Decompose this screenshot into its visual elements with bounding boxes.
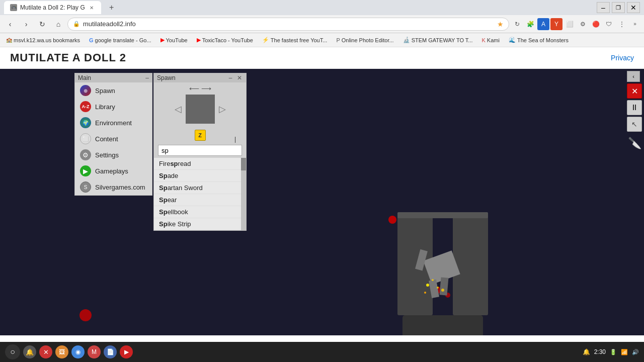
taskbar-wifi: 📶 xyxy=(621,349,628,355)
nav-ext2[interactable]: Y xyxy=(550,18,562,30)
spawn-item-firespread[interactable]: Firespread xyxy=(154,158,241,170)
taskbar-search-icon[interactable]: ○ xyxy=(5,344,20,359)
spawn-search-input[interactable] xyxy=(158,145,242,156)
spawn-item-spade[interactable]: Spade xyxy=(154,170,241,182)
cursor-indicator: | xyxy=(234,136,236,143)
right-panel: ‹ ✕ ⏸ ↖ 🔪 xyxy=(627,71,642,153)
bookmark-photo[interactable]: P Online Photo Editor... xyxy=(333,36,396,44)
taskbar-notification-bell[interactable]: 🔔 xyxy=(583,348,590,355)
spawn-list-scrollthumb[interactable] xyxy=(241,158,246,170)
address-bar[interactable]: 🔒 mutilateadoll2.info ★ xyxy=(67,18,509,31)
restore-button[interactable]: ❐ xyxy=(612,2,625,13)
spawn-panel: Spawn – ✕ ⟵ ⟶ ◁ xyxy=(153,73,247,231)
menu-item-environment[interactable]: 🌍 Environment xyxy=(75,115,152,131)
spawn-item-spike-strip[interactable]: Spike Strip xyxy=(154,218,241,230)
content-icon: ⬜ xyxy=(80,133,91,144)
gameplays-icon: ▶ xyxy=(80,165,91,176)
game-weapon-button[interactable]: 🔪 xyxy=(627,133,642,153)
spawn-item-spellbook[interactable]: Spellbook xyxy=(154,206,241,218)
spawn-z-icon: Z xyxy=(195,130,206,141)
spawn-title: Spawn xyxy=(157,74,176,81)
forward-button[interactable]: › xyxy=(19,17,33,31)
menu-item-library[interactable]: A-Z Library xyxy=(75,99,152,115)
minimize-button[interactable]: – xyxy=(597,2,610,13)
svg-rect-14 xyxy=(397,212,488,218)
game-area[interactable]: Main – ⊕ Spawn A-Z Library 🌍 Environmen xyxy=(0,69,644,335)
bookmark-youtube[interactable]: ▶ YouTube xyxy=(157,36,191,44)
bookmark-fastest[interactable]: ⚡ The fastest free YouT... xyxy=(259,36,331,44)
spawn-search-container: | xyxy=(154,143,246,158)
close-window-button[interactable]: ✕ xyxy=(627,2,640,13)
spawn-list-scrollbar[interactable] xyxy=(241,158,246,230)
menu-item-spawn[interactable]: ⊕ Spawn xyxy=(75,82,152,99)
environment-icon: 🌍 xyxy=(80,117,91,128)
browser-tab[interactable]: 🎮 Mutilate a Doll 2: Play G ✕ xyxy=(4,1,101,14)
game-pause-button[interactable]: ⏸ xyxy=(627,100,642,115)
more-button[interactable]: » xyxy=(629,18,641,30)
browser-frame: 🎮 Mutilate a Doll 2: Play G ✕ + – ❐ ✕ ‹ … xyxy=(0,0,644,362)
reload-icon[interactable]: ↻ xyxy=(511,18,523,30)
page-header: MUTILATE A DOLL 2 Privacy xyxy=(0,47,644,69)
svg-point-21 xyxy=(437,287,439,289)
nav-ext4[interactable]: ⚙ xyxy=(577,18,589,30)
taskbar-docs-icon[interactable]: 📄 xyxy=(104,345,117,358)
nav-icons: ↻ 🧩 A Y ⬜ ⚙ 🔴 🛡 ⋮ » xyxy=(511,18,641,30)
menu-item-silvergames[interactable]: S Silvergames.com xyxy=(75,179,152,195)
nav-bar: ‹ › ↻ ⌂ 🔒 mutilateadoll2.info ★ ↻ 🧩 A Y … xyxy=(0,15,644,33)
nav-ext1[interactable]: A xyxy=(537,18,549,30)
menu-item-content[interactable]: ⬜ Content xyxy=(75,131,152,147)
extensions-icon[interactable]: 🧩 xyxy=(524,18,536,30)
spawn-right-arrow[interactable]: ⟶ xyxy=(201,84,211,93)
back-button[interactable]: ‹ xyxy=(3,17,17,31)
spawn-item-spear[interactable]: Spear xyxy=(154,194,241,206)
tab-close-button[interactable]: ✕ xyxy=(88,4,95,11)
spawn-minimize-btn[interactable]: – xyxy=(227,74,234,81)
menu-item-gameplays-label: Gameplays xyxy=(95,167,128,175)
silvergames-icon: S xyxy=(80,182,91,193)
spawn-titlebar: Spawn – ✕ xyxy=(154,73,246,82)
new-tab-button[interactable]: + xyxy=(105,1,118,14)
spawn-next-btn[interactable]: ▷ xyxy=(219,104,226,115)
spawn-nav-area: ⟵ ⟶ ◁ ▷ xyxy=(154,82,246,128)
game-cursor-button[interactable]: ↖ xyxy=(627,117,642,132)
bookmark-translate[interactable]: G google translate - Go... xyxy=(86,36,154,44)
bookmark-kami[interactable]: K Kami xyxy=(479,36,503,44)
spawn-prev-btn[interactable]: ◁ xyxy=(175,104,182,115)
taskbar-x-icon[interactable]: ✕ xyxy=(39,345,52,358)
menu-item-settings[interactable]: ⚙ Settings xyxy=(75,147,152,163)
tab-favicon: 🎮 xyxy=(10,4,17,11)
taskbar-notif-icon[interactable]: 🔔 xyxy=(23,345,36,358)
nav-ext5[interactable]: 🔴 xyxy=(590,18,602,30)
title-bar: 🎮 Mutilate a Doll 2: Play G ✕ + – ❐ ✕ xyxy=(0,0,644,15)
address-text: mutilateadoll2.info xyxy=(83,20,494,28)
bookmark-toxictaco[interactable]: ▶ ToxicTaco - YouTube xyxy=(194,36,256,44)
bookmark-star[interactable]: ★ xyxy=(497,20,504,28)
spawn-icon: ⊕ xyxy=(80,85,91,96)
main-menu-title: Main xyxy=(78,74,91,81)
bookmark-stem[interactable]: 🔬 STEM GATEWAY TO T... xyxy=(400,36,476,44)
collapse-button[interactable]: ‹ xyxy=(627,71,640,82)
main-menu-minimize[interactable]: – xyxy=(145,74,149,81)
taskbar-time: 2:30 xyxy=(594,348,606,355)
reload-button[interactable]: ↻ xyxy=(35,17,49,31)
nav-ext6[interactable]: 🛡 xyxy=(603,18,615,30)
home-button[interactable]: ⌂ xyxy=(51,17,65,31)
spawn-close-btn[interactable]: ✕ xyxy=(236,74,243,81)
privacy-link[interactable]: Privacy xyxy=(611,54,634,62)
taskbar-chrome-icon[interactable]: ◉ xyxy=(71,345,85,358)
spawn-list-container: Firespread Spade Spartan Sword Spear Spe xyxy=(154,158,246,230)
menu-button[interactable]: ⋮ xyxy=(616,18,628,30)
game-close-button[interactable]: ✕ xyxy=(627,83,642,99)
spawn-left-arrow[interactable]: ⟵ xyxy=(189,84,199,93)
bookmark-sea[interactable]: 🌊 The Sea of Monsters xyxy=(506,36,572,44)
spawn-item-spartan-sword[interactable]: Spartan Sword xyxy=(154,182,241,194)
taskbar-youtube-icon[interactable]: ▶ xyxy=(120,345,133,358)
taskbar-mail-icon[interactable]: M xyxy=(88,345,101,358)
taskbar-photos-icon[interactable]: 🖼 xyxy=(55,345,68,358)
menu-item-gameplays[interactable]: ▶ Gameplays xyxy=(75,163,152,179)
bookmark-school[interactable]: 🏫 msvl.k12.wa.us bookmarks xyxy=(3,36,83,44)
menu-item-content-label: Content xyxy=(95,135,118,143)
nav-ext3[interactable]: ⬜ xyxy=(564,18,576,30)
taskbar: ○ 🔔 ✕ 🖼 ◉ M 📄 ▶ 🔔 2:30 🔋 📶 🔊 xyxy=(0,342,644,362)
taskbar-volume: 🔊 xyxy=(632,349,639,355)
